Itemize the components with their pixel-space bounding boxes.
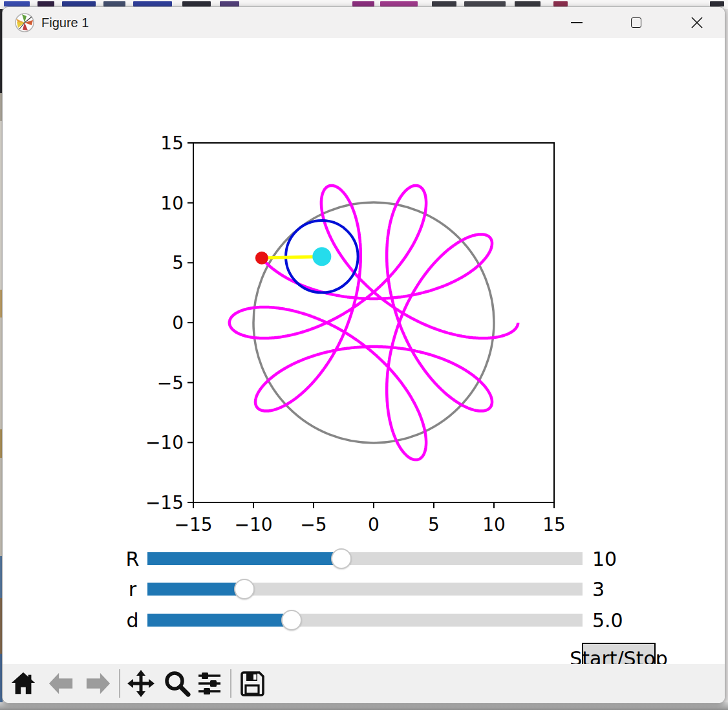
zoom-icon — [163, 669, 191, 698]
slider-r: r 3 — [147, 578, 583, 600]
maximize-button[interactable] — [621, 7, 651, 38]
slider-R-track[interactable] — [147, 552, 583, 565]
bg-fragment — [133, 1, 172, 6]
maximize-icon — [631, 17, 641, 28]
slider-R-value: 10 — [592, 548, 617, 570]
bg-fragment — [103, 1, 125, 6]
y-tick-label: −15 — [145, 492, 184, 513]
forward-button[interactable] — [84, 669, 112, 698]
zoom-button[interactable] — [163, 669, 191, 698]
home-button[interactable] — [9, 669, 37, 698]
bg-fragment — [380, 1, 418, 6]
save-button[interactable] — [238, 669, 266, 698]
slider-R-label: R — [123, 548, 142, 570]
slider-d-track[interactable] — [147, 614, 583, 627]
figure-canvas[interactable]: −15−10−5051015−15−10−5051015 R 10 r 3 d … — [3, 38, 725, 667]
y-tick-label: 15 — [160, 133, 184, 154]
bg-fragment — [62, 1, 96, 6]
center-dot — [312, 247, 331, 266]
slider-r-track[interactable] — [147, 583, 583, 596]
y-tick-label: 10 — [160, 193, 184, 214]
bg-fragment — [37, 1, 54, 6]
slider-r-label: r — [123, 578, 142, 600]
slider-d-label: d — [123, 609, 142, 631]
bg-fragment — [4, 1, 30, 6]
pan-icon — [127, 669, 155, 698]
axes-box — [193, 143, 554, 502]
minimize-icon — [571, 22, 583, 23]
back-icon — [47, 670, 74, 697]
slider-r-fill — [147, 583, 244, 596]
minimize-button[interactable] — [562, 7, 592, 38]
x-tick-label: 10 — [482, 514, 506, 535]
figure-window: Figure 1 −15−10−5051015−15−10−5051015 R … — [2, 6, 725, 704]
home-icon — [10, 670, 37, 697]
plot-axes[interactable]: −15−10−5051015−15−10−5051015 — [143, 122, 583, 549]
x-tick-label: 5 — [428, 514, 440, 535]
x-tick-label: −15 — [174, 514, 212, 535]
slider-d: d 5.0 — [147, 609, 583, 631]
forward-icon — [85, 670, 112, 697]
bg-fragment — [515, 1, 541, 6]
slider-d-value: 5.0 — [592, 609, 623, 631]
bg-fragment — [352, 1, 374, 6]
bg-fragment — [710, 1, 724, 6]
matplotlib-icon — [14, 12, 35, 33]
close-icon — [690, 16, 704, 30]
bg-fragment — [220, 1, 239, 6]
slider-r-handle[interactable] — [234, 579, 255, 599]
y-tick-label: 0 — [172, 312, 184, 334]
x-tick-label: −10 — [234, 514, 272, 535]
slider-r-value: 3 — [592, 578, 605, 600]
back-button[interactable] — [47, 669, 75, 698]
x-tick-label: 0 — [368, 514, 380, 535]
x-tick-label: 15 — [542, 514, 566, 535]
bg-fragment — [182, 1, 211, 6]
bg-fragment — [464, 1, 506, 6]
toolbar-separator — [119, 669, 120, 698]
close-button[interactable] — [682, 7, 712, 38]
title-bar[interactable]: Figure 1 — [3, 7, 725, 38]
configure-subplots-button[interactable] — [195, 669, 224, 698]
window-title: Figure 1 — [41, 16, 89, 30]
save-icon — [238, 669, 266, 698]
pan-button[interactable] — [127, 669, 155, 698]
navigation-toolbar — [3, 664, 725, 703]
toolbar-separator — [230, 669, 231, 698]
bg-fragment — [432, 1, 456, 6]
configure-subplots-icon — [195, 669, 224, 698]
slider-R: R 10 — [147, 548, 583, 570]
slider-d-fill — [147, 614, 292, 627]
pen-dot — [255, 252, 268, 264]
x-tick-label: −5 — [300, 514, 327, 535]
y-tick-label: 5 — [172, 252, 184, 274]
y-tick-label: −5 — [157, 372, 184, 394]
y-tick-label: −10 — [145, 432, 184, 453]
slider-R-handle[interactable] — [331, 548, 352, 569]
slider-R-fill — [147, 552, 341, 565]
bg-fragment — [553, 1, 568, 6]
slider-d-handle[interactable] — [281, 610, 302, 630]
